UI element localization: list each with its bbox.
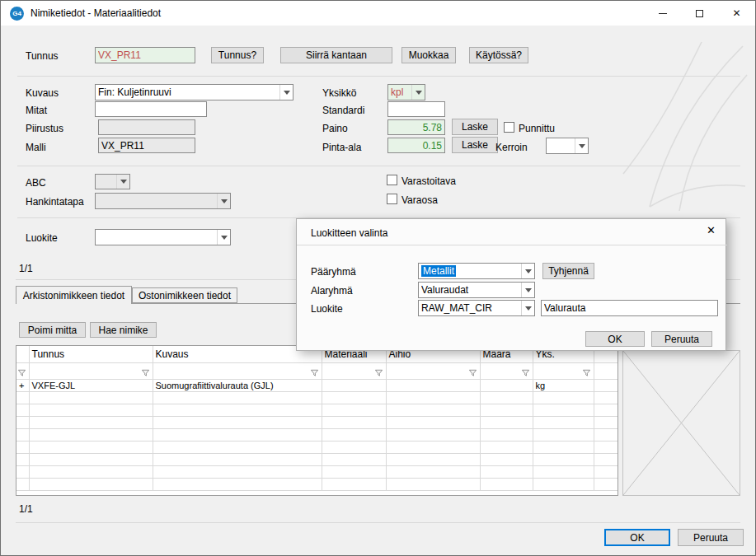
punnittu-checkbox[interactable] — [504, 122, 514, 133]
varastoitava-checkbox[interactable] — [387, 175, 397, 185]
no-image-cross-icon — [623, 351, 740, 495]
abc-label: ABC — [26, 177, 46, 189]
ok-button[interactable]: OK — [604, 529, 670, 546]
filter-funnel-icon[interactable] — [521, 368, 530, 377]
filter-cell — [322, 362, 386, 379]
table-empty-row — [16, 404, 617, 416]
tab-label: Ostonimikkeen tiedot — [139, 290, 231, 301]
filter-funnel-icon[interactable] — [17, 368, 26, 377]
cell-tunnus: VXFE-GJL — [29, 379, 153, 391]
minimize-button[interactable] — [644, 1, 681, 26]
paino-label: Paino — [322, 123, 348, 134]
muokkaa-button[interactable]: Muokkaa — [401, 47, 456, 63]
malli-input[interactable] — [98, 138, 195, 153]
top-pager: 1/1 — [19, 263, 33, 274]
kuvaus-dropdown[interactable]: Fin: Kuljetinruuvi — [95, 84, 293, 100]
filter-cell — [153, 362, 322, 379]
dialog-luokite-dropdown[interactable]: RAW_MAT_CIR — [418, 300, 535, 316]
cell-materiaali — [322, 379, 386, 391]
watermark-decoration — [599, 38, 751, 231]
yksikko-label: Yksikkö — [322, 87, 356, 99]
filter-cell — [533, 362, 594, 379]
filter-funnel-icon[interactable] — [582, 368, 591, 377]
maximize-icon — [696, 10, 703, 17]
siirra-kantaan-button[interactable]: Siirrä kantaan — [280, 47, 392, 63]
pinta-ala-label: Pinta-ala — [322, 142, 361, 153]
filter-funnel-icon[interactable] — [374, 368, 383, 377]
varastoitava-label: Varastoitava — [401, 175, 456, 187]
varaosa-checkbox[interactable] — [387, 194, 397, 204]
mitat-input[interactable] — [95, 101, 207, 117]
luokite-dropdown[interactable] — [95, 229, 231, 245]
close-icon: ✕ — [732, 8, 740, 18]
chevron-down-icon — [521, 264, 534, 278]
paaryhma-dropdown[interactable]: Metallit — [418, 263, 535, 279]
table-empty-row — [16, 391, 617, 404]
nimiketiedot-window: G4 Nimiketiedot - Materiaalitiedot ✕ Tun… — [0, 0, 756, 556]
piirustus-label: Piirustus — [26, 123, 63, 134]
tyhjenna-button[interactable]: Tyhjennä — [542, 263, 594, 279]
cell-kuvaus: Suomugrafiittivalurauta (GJL) — [153, 379, 322, 391]
table-filter-row — [16, 362, 617, 379]
cell-maara — [480, 379, 533, 391]
filter-cell — [480, 362, 533, 379]
filter-cell — [386, 362, 480, 379]
kuvaus-label: Kuvaus — [26, 87, 59, 99]
dialog-luokite-label: Luokite — [311, 303, 343, 315]
peruuta-button[interactable]: Peruuta — [678, 529, 744, 546]
paaryhma-label: Pääryhmä — [311, 266, 356, 278]
kaytossa-button[interactable]: Käytössä? — [469, 47, 528, 63]
varaosa-label: Varaosa — [401, 194, 438, 206]
luokitteen-valinta-dialog: Luokitteen valinta ✕ Pääryhmä Metallit T… — [296, 218, 726, 351]
separator — [17, 166, 740, 166]
hankintatapa-dropdown[interactable] — [95, 193, 231, 209]
chevron-down-icon — [521, 283, 534, 297]
laske-pinta-ala-button[interactable]: Laske — [452, 137, 498, 153]
filter-funnel-icon[interactable] — [468, 368, 477, 377]
filter-cell — [29, 362, 153, 379]
cell-yks: kg — [533, 379, 594, 391]
dialog-close-button[interactable]: ✕ — [707, 225, 716, 236]
maximize-button[interactable] — [681, 1, 718, 26]
table-empty-row — [16, 441, 617, 453]
yksikko-dropdown[interactable]: kpl — [387, 84, 425, 100]
row-expand-toggle[interactable]: + — [16, 379, 29, 391]
standardi-input[interactable] — [387, 101, 445, 117]
tab-arkistonimikkeen-tiedot[interactable]: Arkistonimikkeen tiedot — [16, 286, 132, 304]
paino-input[interactable] — [387, 119, 445, 135]
kerroin-dropdown[interactable] — [546, 138, 589, 154]
separator — [297, 245, 727, 245]
yksikko-dropdown-value: kpl — [391, 86, 411, 98]
tunnus-input[interactable] — [95, 47, 195, 63]
window-controls: ✕ — [644, 1, 755, 26]
tab-ostonimikkeen-tiedot[interactable]: Ostonimikkeen tiedot — [132, 287, 237, 303]
luokite-text-input[interactable] — [541, 300, 718, 316]
table-row[interactable]: + VXFE-GJL Suomugrafiittivalurauta (GJL)… — [16, 379, 617, 391]
close-button[interactable]: ✕ — [718, 1, 755, 26]
abc-dropdown[interactable] — [95, 174, 130, 189]
separator — [17, 76, 740, 77]
col-tunnus[interactable]: Tunnus — [29, 346, 153, 362]
poimi-mitta-button[interactable]: Poimi mitta — [19, 322, 86, 338]
tab-label: Arkistonimikkeen tiedot — [23, 290, 124, 301]
filter-funnel-icon[interactable] — [310, 368, 319, 377]
piirustus-input[interactable] — [98, 119, 195, 135]
close-icon: ✕ — [707, 224, 716, 236]
dialog-luokite-dropdown-value: RAW_MAT_CIR — [421, 302, 521, 314]
alaryhma-dropdown-value: Valuraudat — [421, 284, 521, 296]
cell-aihio — [386, 379, 480, 391]
dialog-peruuta-button[interactable]: Peruuta — [651, 331, 712, 347]
titlebar: G4 Nimiketiedot - Materiaalitiedot ✕ — [1, 1, 755, 26]
hae-nimike-button[interactable]: Hae nimike — [90, 322, 157, 338]
bottom-pager: 1/1 — [19, 503, 33, 515]
window-title: Nimiketiedot - Materiaalitiedot — [31, 7, 161, 19]
dialog-ok-button[interactable]: OK — [585, 331, 645, 347]
chevron-down-icon — [411, 85, 425, 100]
mitat-label: Mitat — [26, 105, 47, 116]
laske-paino-button[interactable]: Laske — [452, 119, 498, 135]
filter-funnel-icon[interactable] — [141, 368, 150, 377]
standardi-label: Standardi — [322, 105, 364, 116]
tunnus-query-button[interactable]: Tunnus? — [211, 47, 264, 63]
alaryhma-dropdown[interactable]: Valuraudat — [418, 282, 535, 298]
pinta-ala-input[interactable] — [387, 138, 445, 153]
